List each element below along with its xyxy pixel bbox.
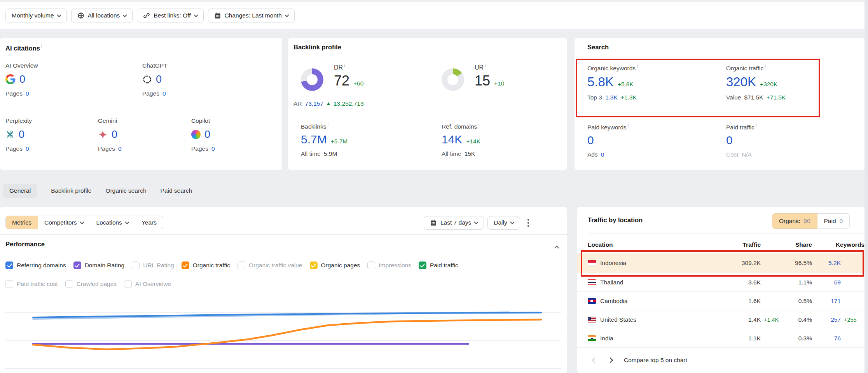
paid-count: 0 — [840, 218, 843, 225]
column-keywords: Keywords — [812, 241, 865, 248]
info-icon[interactable]: i — [628, 123, 629, 128]
divider — [0, 234, 567, 235]
checkbox-organic-traffic[interactable]: Organic traffic — [182, 261, 230, 269]
checkbox-icon — [65, 280, 73, 288]
search-panel: Search Organic keywordsi 5.8K +5.8K Top … — [575, 38, 865, 170]
info-icon[interactable]: i — [327, 122, 328, 127]
info-icon[interactable]: i — [344, 63, 345, 68]
ref-domains-delta: +14K — [466, 138, 480, 145]
table-row-united-states[interactable]: United States 1.4K+1.4K 0.4% 257+255 — [577, 310, 865, 329]
paid-toggle-button[interactable]: Paid0 — [817, 213, 850, 229]
locations-label: All locations — [88, 12, 120, 19]
checkbox-url-rating[interactable]: URL Rating — [132, 261, 174, 269]
checkbox-icon — [182, 261, 189, 269]
traffic-value-delta: +71.5K — [767, 94, 786, 101]
checkbox-impressions[interactable]: Impressions — [367, 261, 411, 269]
backlinks-value[interactable]: 5.7M — [301, 133, 327, 146]
checkbox-organic-pages[interactable]: Organic pages — [310, 261, 360, 269]
united-states-flag-icon — [588, 317, 596, 322]
metric-checkbox-row-2: Paid traffic cost Crawled pages AI Overv… — [5, 280, 171, 288]
kebab-menu-icon[interactable] — [524, 216, 533, 230]
best-links-label: Best links: Off — [154, 12, 190, 19]
pages-link[interactable]: 0 — [26, 145, 29, 152]
info-icon[interactable]: i — [765, 64, 766, 69]
competitors-segment[interactable]: Competitors — [38, 216, 90, 229]
pages-link[interactable]: 0 — [211, 145, 215, 152]
organic-keywords-delta: +5.8K — [618, 81, 634, 88]
keywords-link[interactable]: 5.2K — [812, 260, 841, 267]
pages-label: Pages — [191, 145, 208, 152]
pages-link[interactable]: 0 — [162, 90, 166, 97]
checkbox-referring-domains[interactable]: Referring domains — [5, 261, 66, 269]
google-icon — [5, 74, 16, 84]
organic-keywords-value[interactable]: 5.8K — [587, 75, 614, 89]
column-location: Location — [588, 241, 734, 248]
divider — [588, 234, 865, 234]
authority-rank-line: AR 73,157 13,252,713 — [293, 100, 364, 107]
checkbox-organic-traffic-value[interactable]: Organic traffic value — [238, 261, 302, 269]
granularity-dropdown[interactable]: Daily — [487, 216, 520, 230]
info-icon[interactable]: i — [637, 64, 638, 69]
ref-domains-value[interactable]: 14K — [442, 133, 462, 146]
years-segment[interactable]: Years — [135, 216, 163, 229]
checkbox-paid-traffic[interactable]: Paid traffic — [419, 261, 458, 269]
info-icon[interactable]: i — [485, 63, 486, 68]
keywords-link[interactable]: 257 — [812, 316, 841, 323]
metrics-segment[interactable]: Metrics — [5, 216, 38, 229]
checkbox-domain-rating[interactable]: Domain Rating — [73, 261, 125, 269]
keywords-link[interactable]: 69 — [812, 279, 841, 286]
compare-top5-link[interactable]: Compare top 5 on chart — [624, 357, 687, 364]
pages-link[interactable]: 0 — [118, 145, 122, 152]
tab-organic-search[interactable]: Organic search — [105, 187, 146, 194]
ur-delta: +10 — [494, 80, 504, 87]
pages-label: Pages — [98, 145, 115, 152]
tab-paid-search[interactable]: Paid search — [161, 187, 192, 194]
changes-dropdown[interactable]: Changes: Last month — [208, 9, 295, 23]
performance-line-chart[interactable] — [0, 299, 567, 373]
locations-segment[interactable]: Locations — [90, 216, 135, 229]
link-icon — [143, 12, 150, 19]
pages-label: Pages — [5, 90, 23, 97]
info-icon[interactable]: i — [478, 122, 479, 127]
table-row-thailand[interactable]: Thailand 3.6K 1.1% 69 — [577, 273, 865, 292]
checkbox-ai-overviews[interactable]: AI Overviews — [124, 280, 171, 288]
chevron-down-icon — [123, 13, 127, 17]
gemini-cell: Gemini 0 Pages0 — [98, 117, 187, 152]
monthly-volume-dropdown[interactable]: Monthly volume — [5, 9, 67, 23]
organic-toggle-button[interactable]: Organic90 — [772, 213, 817, 229]
keywords-link[interactable]: 76 — [812, 335, 841, 342]
top3-link[interactable]: 1.3K — [605, 94, 618, 101]
ads-link[interactable]: 0 — [601, 151, 604, 158]
table-row-cambodia[interactable]: Cambodia 1.6K 0.5% 171 — [577, 292, 865, 310]
keywords-link[interactable]: 171 — [812, 298, 841, 305]
perplexity-value: 0 — [19, 129, 24, 141]
checkbox-paid-traffic-cost[interactable]: Paid traffic cost — [5, 280, 58, 288]
best-links-dropdown[interactable]: Best links: Off — [137, 9, 203, 23]
date-range-dropdown[interactable]: Last 7 days — [424, 216, 484, 230]
pages-link[interactable]: 0 — [26, 90, 29, 97]
tab-backlink-profile[interactable]: Backlink profile — [51, 187, 91, 194]
scrollbar[interactable] — [865, 0, 868, 373]
checkbox-icon — [5, 261, 13, 269]
globe-icon — [77, 12, 84, 19]
info-icon[interactable]: i — [756, 123, 757, 128]
ar-value-link[interactable]: 73,157 — [305, 100, 323, 107]
paid-traffic-value: 0 — [726, 134, 733, 146]
tab-general[interactable]: General — [3, 184, 37, 198]
checkbox-crawled-pages[interactable]: Crawled pages — [65, 280, 117, 288]
info-icon[interactable]: i — [41, 44, 42, 49]
next-page-icon[interactable] — [608, 357, 613, 363]
table-row-indonesia[interactable]: Indonesia 309.2K 96.5% 5.2K — [577, 253, 865, 273]
gemini-icon — [98, 130, 108, 139]
date-range-label: Last 7 days — [440, 219, 471, 226]
ur-donut-chart — [442, 68, 464, 91]
organic-traffic-value[interactable]: 320K — [726, 75, 756, 89]
locations-dropdown[interactable]: All locations — [71, 9, 133, 23]
previous-page-icon[interactable] — [592, 357, 597, 363]
search-title: Search — [587, 44, 609, 51]
ai-overview-label: AI Overview — [5, 62, 95, 69]
section-tabs: General Backlink profile Organic search … — [3, 183, 192, 199]
chatgpt-cell: ChatGPT 0 Pages0 — [142, 62, 232, 97]
table-row-india[interactable]: India 1.1K 0.3% 76 — [577, 329, 865, 348]
collapse-section-button[interactable] — [555, 244, 559, 251]
